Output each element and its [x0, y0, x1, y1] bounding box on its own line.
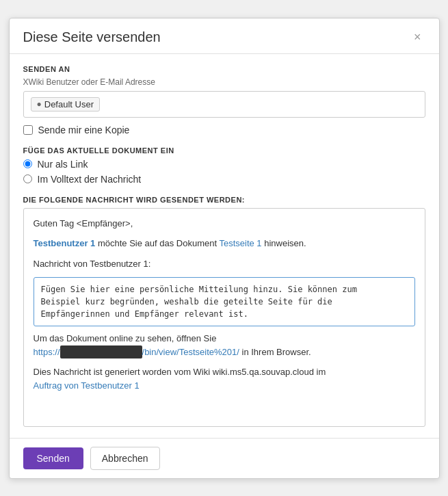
message-section-label: DIE FOLGENDE NACHRICHT WIRD GESENDET WER… — [23, 196, 425, 204]
view-intro: Um das Dokument online zu sehen, öffnen … — [34, 333, 217, 343]
url-path: /bin/view/Testseite%201/ — [142, 347, 239, 357]
send-page-dialog: Diese Seite versenden × SENDEN AN XWiki … — [9, 18, 440, 479]
personal-message-box: Fügen Sie hier eine persönliche Mitteilu… — [34, 277, 415, 326]
recipient-field[interactable]: ● Default User — [23, 91, 425, 118]
document-section-label: FÜGE DAS AKTUELLE DOKUMENT EIN — [23, 146, 425, 155]
dialog-header: Diese Seite versenden × — [10, 18, 439, 54]
copy-checkbox-row: Sende mir eine Kopie — [23, 125, 425, 135]
option-link-radio[interactable] — [23, 159, 32, 168]
personal-msg-line3: Empfängerinnen und Empfänger relevant is… — [41, 308, 408, 320]
intro-text-before: möchte Sie auf das Dokument — [95, 238, 219, 248]
copy-checkbox[interactable] — [23, 125, 33, 135]
send-button[interactable]: Senden — [23, 447, 83, 469]
option-fulltext-row: Im Volltext der Nachricht — [23, 174, 425, 185]
intro-line: Testbenutzer 1 möchte Sie auf das Dokume… — [34, 237, 415, 250]
user-icon: ● — [37, 99, 42, 109]
intro-text-after: hinweisen. — [262, 238, 306, 248]
doc-link[interactable]: Testseite 1 — [219, 238, 261, 248]
send-to-label: SENDEN AN — [23, 65, 425, 73]
recipient-name: Default User — [44, 99, 94, 109]
option-link-row: Nur als Link — [23, 159, 425, 170]
url-redacted — [60, 345, 142, 359]
dialog-title: Diese Seite versenden — [23, 29, 161, 45]
document-section: FÜGE DAS AKTUELLE DOKUMENT EIN Nur als L… — [23, 146, 425, 185]
recipient-tag[interactable]: ● Default User — [31, 97, 101, 112]
greeting-line: Guten Tag <Empfänger>, — [34, 217, 415, 231]
view-doc-line: Um das Dokument online zu sehen, öffnen … — [34, 332, 415, 358]
personal-msg-line1: Fügen Sie hier eine persönliche Mitteilu… — [41, 283, 408, 296]
sender-link[interactable]: Testbenutzer 1 — [34, 238, 96, 248]
message-section: DIE FOLGENDE NACHRICHT WIRD GESENDET WER… — [23, 196, 425, 427]
url-prefix: https:// — [34, 347, 60, 357]
close-button[interactable]: × — [410, 29, 425, 44]
doc-url-link[interactable]: https:// /bin/view/Testseite%201/ — [34, 347, 239, 357]
dialog-body: SENDEN AN XWiki Benutzer oder E-Mail Adr… — [10, 54, 439, 438]
copy-label[interactable]: Sende mir eine Kopie — [38, 125, 130, 135]
option-fulltext-radio[interactable] — [23, 174, 32, 183]
from-label-line: Nachricht von Testbenutzer 1: — [34, 257, 415, 271]
view-suffix: in Ihrem Browser. — [239, 347, 311, 357]
message-preview-box: Guten Tag <Empfänger>, Testbenutzer 1 mö… — [23, 208, 425, 427]
personal-msg-line2: Beispiel kurz begründen, weshalb die get… — [41, 296, 408, 308]
option-fulltext-label[interactable]: Im Volltext der Nachricht — [38, 174, 142, 185]
send-to-hint: XWiki Benutzer oder E-Mail Adresse — [23, 77, 425, 87]
send-to-section: SENDEN AN XWiki Benutzer oder E-Mail Adr… — [23, 65, 425, 118]
generated-text: Dies Nachricht ist generiert worden vom … — [34, 365, 415, 379]
generated-line: Dies Nachricht ist generiert worden vom … — [34, 365, 415, 392]
generated-user-link[interactable]: Auftrag von Testbenutzer 1 — [34, 380, 140, 391]
dialog-footer: Senden Abbrechen — [10, 438, 439, 478]
include-options: Nur als Link Im Volltext der Nachricht — [23, 159, 425, 185]
cancel-button[interactable]: Abbrechen — [90, 447, 160, 470]
option-link-label[interactable]: Nur als Link — [38, 159, 88, 170]
